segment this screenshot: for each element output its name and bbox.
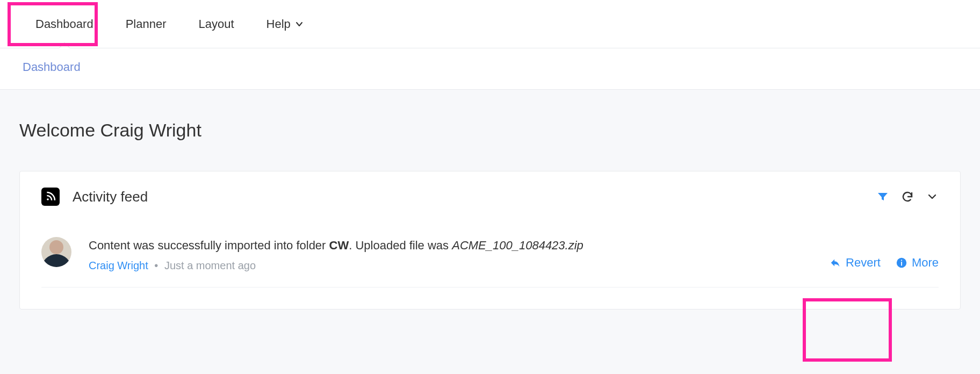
tab-planner-label: Planner [126, 17, 167, 31]
chevron-down-icon[interactable] [926, 190, 939, 203]
feed-item-timestamp: Just a moment ago [164, 260, 256, 271]
activity-feed-header: Activity feed [20, 171, 960, 222]
activity-feed-body: Content was successfully imported into f… [20, 222, 960, 309]
feed-item-content: Content was successfully imported into f… [89, 237, 830, 272]
more-label: More [912, 256, 939, 270]
tab-help[interactable]: Help [250, 0, 320, 48]
tab-planner[interactable]: Planner [110, 0, 183, 48]
tab-layout-label: Layout [198, 17, 234, 31]
top-nav: Dashboard Planner Layout Help [0, 0, 980, 48]
activity-feed-title: Activity feed [73, 189, 876, 205]
svg-rect-2 [901, 262, 902, 265]
feed-item: Content was successfully imported into f… [41, 222, 939, 287]
svg-point-0 [47, 198, 49, 200]
filter-icon[interactable] [876, 190, 889, 203]
feed-item-message: Content was successfully imported into f… [89, 237, 830, 254]
more-button[interactable]: More [896, 256, 939, 270]
reply-icon [830, 257, 841, 269]
breadcrumb-bar: Dashboard [0, 48, 980, 90]
welcome-heading: Welcome Craig Wright [19, 120, 961, 141]
breadcrumb-current[interactable]: Dashboard [23, 60, 81, 74]
tab-dashboard-label: Dashboard [35, 17, 93, 31]
refresh-icon[interactable] [901, 190, 914, 203]
feed-msg-middle: . Uploaded file was [349, 239, 452, 252]
tab-layout[interactable]: Layout [182, 0, 250, 48]
avatar [41, 237, 71, 267]
feed-item-actions: Revert More [830, 256, 939, 272]
activity-feed-tools [876, 190, 939, 203]
revert-label: Revert [846, 256, 881, 270]
revert-button[interactable]: Revert [830, 256, 881, 270]
main-content: Welcome Craig Wright Activity feed [0, 90, 980, 310]
tab-dashboard[interactable]: Dashboard [19, 0, 110, 48]
meta-separator: • [154, 260, 158, 271]
feed-item-meta: Craig Wright • Just a moment ago [89, 260, 830, 272]
svg-rect-3 [901, 260, 902, 261]
feed-msg-folder: CW [329, 239, 349, 252]
feed-msg-filename: ACME_100_1084423.zip [452, 239, 583, 252]
feed-msg-prefix: Content was successfully imported into f… [89, 239, 329, 252]
tab-help-label: Help [266, 17, 291, 31]
feed-item-author[interactable]: Craig Wright [89, 260, 148, 271]
rss-icon [41, 188, 60, 206]
info-icon [896, 257, 907, 269]
chevron-down-icon [295, 20, 304, 28]
activity-feed-card: Activity feed [19, 171, 961, 310]
